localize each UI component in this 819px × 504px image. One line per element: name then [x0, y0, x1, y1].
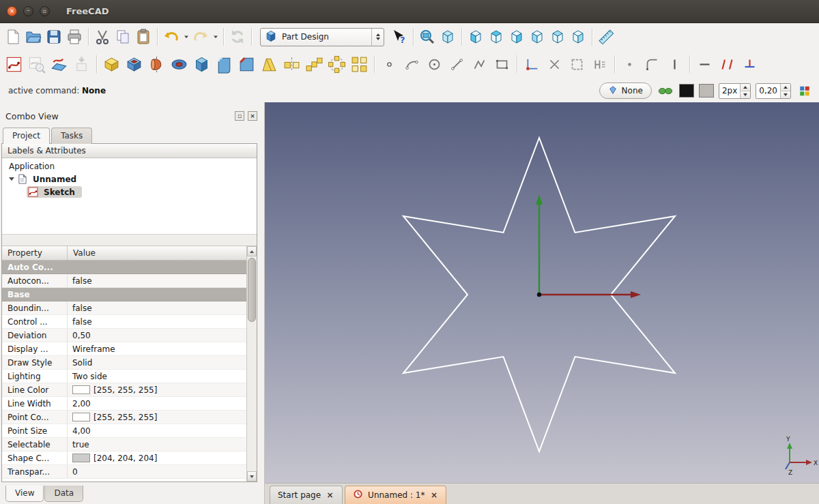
constraint-perpendicular-icon[interactable]: [738, 52, 761, 76]
window-minimize-button[interactable]: [23, 6, 33, 16]
constraint-vertical-icon[interactable]: [663, 52, 686, 76]
multitransform-icon[interactable]: [348, 52, 371, 76]
print-icon[interactable]: [64, 27, 85, 47]
spinner-arrows-icon[interactable]: [740, 84, 750, 98]
sketch-map-icon[interactable]: [48, 52, 70, 76]
3d-viewport[interactable]: Y X Z: [265, 102, 819, 483]
sketch-fillet-icon[interactable]: [641, 52, 663, 76]
spinner-arrows-icon[interactable]: [780, 84, 790, 98]
sketch-external-icon[interactable]: [566, 52, 588, 76]
close-icon[interactable]: [326, 491, 334, 500]
3d-viewport-canvas[interactable]: Y X Z: [265, 102, 819, 483]
view-rear-icon[interactable]: [527, 27, 547, 47]
sketch-point-icon[interactable]: [378, 52, 401, 76]
construction-mode-icon[interactable]: [657, 83, 674, 98]
view-left-icon[interactable]: [568, 27, 588, 47]
tree-row-sketch[interactable]: Sketch: [2, 186, 257, 198]
measure-icon[interactable]: [596, 27, 616, 47]
window-maximize-button[interactable]: [40, 6, 50, 16]
open-folder-icon[interactable]: [23, 27, 44, 47]
property-value-cell[interactable]: true: [68, 438, 246, 451]
linear-pattern-icon[interactable]: [303, 52, 326, 76]
property-value-cell[interactable]: [204, 204, 204]: [68, 451, 246, 464]
line-color-button[interactable]: [679, 84, 694, 98]
panel-float-icon[interactable]: [235, 111, 244, 121]
property-row[interactable]: Deviation0,50: [2, 329, 246, 342]
property-row[interactable]: Point Co...[255, 255, 255]: [2, 411, 246, 424]
polar-pattern-icon[interactable]: [326, 52, 348, 76]
constraint-horizontal-icon[interactable]: [693, 52, 716, 76]
tab-data[interactable]: Data: [44, 486, 83, 502]
mirrored-icon[interactable]: [281, 52, 303, 76]
dropdown-icon[interactable]: [182, 27, 190, 47]
constraint-parallel-icon[interactable]: [716, 52, 738, 76]
property-value-cell[interactable]: 0,50: [68, 329, 246, 342]
property-row[interactable]: Autocon...false: [2, 274, 246, 288]
cut-icon[interactable]: [92, 27, 113, 47]
sketch-origin-point[interactable]: [537, 293, 541, 297]
property-scrollbar[interactable]: [246, 246, 257, 481]
revolution-icon[interactable]: [145, 52, 168, 76]
draft-icon[interactable]: [258, 52, 281, 76]
property-value-cell[interactable]: [255, 255, 255]: [68, 383, 246, 396]
property-value-cell[interactable]: Solid: [68, 356, 246, 369]
property-row[interactable]: Transpar...0: [2, 465, 246, 479]
view-top-icon[interactable]: [486, 27, 506, 47]
sketch-rectangle-icon[interactable]: [491, 52, 513, 76]
tab-project[interactable]: Project: [3, 128, 50, 144]
view-front-icon[interactable]: [465, 27, 486, 47]
expander-icon[interactable]: [8, 175, 16, 183]
fillet-icon[interactable]: [213, 52, 235, 76]
tab-tasks[interactable]: Tasks: [51, 128, 92, 144]
property-row[interactable]: Boundin...false: [2, 301, 246, 315]
sketch-new-icon[interactable]: [3, 52, 25, 76]
tab-start-page[interactable]: Start page: [270, 486, 343, 504]
panel-close-icon[interactable]: [248, 111, 257, 121]
autogroup-button[interactable]: None: [599, 83, 652, 99]
sketch-carboncopy-icon[interactable]: [588, 52, 611, 76]
copy-icon[interactable]: [113, 27, 133, 47]
combo-spinner-icon[interactable]: [371, 29, 384, 46]
undo-icon[interactable]: [161, 27, 182, 47]
scrollbar-thumb[interactable]: [248, 258, 256, 322]
sketch-arc-icon[interactable]: [401, 52, 423, 76]
tree-row-application[interactable]: Application: [2, 160, 257, 173]
scroll-up-icon[interactable]: [247, 246, 257, 256]
sketch-line-icon[interactable]: [446, 52, 468, 76]
save-icon[interactable]: [44, 27, 64, 47]
scrollbar-track[interactable]: [247, 256, 257, 471]
text-scale-spinner[interactable]: 0,20: [756, 83, 791, 99]
property-value-cell[interactable]: [255, 255, 255]: [68, 411, 246, 424]
property-value-cell[interactable]: false: [68, 274, 246, 287]
property-row[interactable]: Display ...Wireframe: [2, 342, 246, 356]
paste-icon[interactable]: [133, 27, 154, 47]
property-row[interactable]: Line Color[255, 255, 255]: [2, 383, 246, 397]
toggle-construction-icon[interactable]: [618, 52, 641, 76]
property-value-cell[interactable]: Two side: [68, 370, 246, 383]
additive-box-icon[interactable]: [190, 52, 213, 76]
property-row[interactable]: Point Size4,00: [2, 424, 246, 438]
whats-this-icon[interactable]: ?: [389, 27, 410, 47]
property-value-cell[interactable]: false: [68, 301, 246, 314]
workbench-selector[interactable]: Part Design: [260, 28, 384, 46]
sketch-trim-icon[interactable]: [543, 52, 566, 76]
property-value-cell[interactable]: 4,00: [68, 424, 246, 437]
property-row[interactable]: LightingTwo side: [2, 370, 246, 383]
apply-style-icon[interactable]: [796, 83, 814, 98]
face-color-button[interactable]: [699, 84, 714, 98]
property-row[interactable]: Shape C...[204, 204, 204]: [2, 451, 246, 465]
sketch-circle-icon[interactable]: [423, 52, 446, 76]
pocket-icon[interactable]: [123, 52, 145, 76]
pad-icon[interactable]: [100, 52, 123, 76]
sketch-polyline-icon[interactable]: [468, 52, 491, 76]
view-right-icon[interactable]: [506, 27, 527, 47]
tree-row-document[interactable]: Unnamed: [2, 173, 257, 186]
property-value-cell[interactable]: Wireframe: [68, 342, 246, 355]
property-row[interactable]: Selectabletrue: [2, 438, 246, 451]
property-group-row[interactable]: Auto Co...: [2, 261, 246, 274]
tab-view[interactable]: View: [5, 486, 44, 502]
property-value-cell[interactable]: false: [68, 315, 246, 328]
constraint-coincident-icon[interactable]: [521, 52, 543, 76]
axonometric-icon[interactable]: [437, 27, 458, 47]
chamfer-icon[interactable]: [235, 52, 258, 76]
